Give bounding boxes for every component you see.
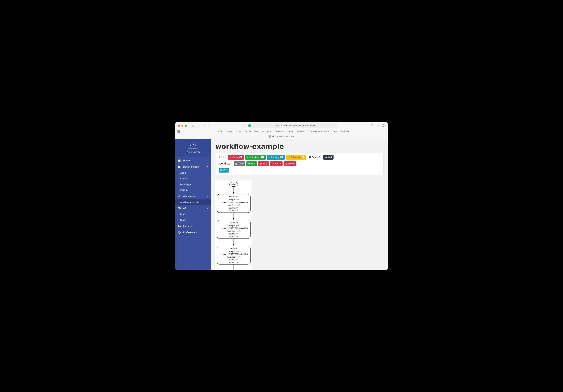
- share-button[interactable]: [371, 124, 374, 127]
- delete-button[interactable]: Delete: [284, 161, 296, 166]
- refresh-button[interactable]: [333, 124, 336, 127]
- workflow-graph: start fetch-data progress=0 created=10/0…: [215, 180, 252, 270]
- graph-label: start: [232, 183, 236, 185]
- sidebar-item-preferences[interactable]: Preferences: [175, 229, 211, 236]
- main-content: workflow-example Jobs ✕ Failed 0 ✓ Compl…: [211, 139, 388, 270]
- sidebar-item-workflows[interactable]: Workflows ▼: [175, 193, 211, 199]
- sidebar-sub-docs[interactable]: Docs: [175, 211, 211, 217]
- sidebar-item-documentation[interactable]: Documentation ▼: [175, 164, 211, 170]
- tab-overview-button[interactable]: [382, 124, 385, 127]
- nav-label: Example: [183, 225, 193, 228]
- sidebar-sub-github[interactable]: GitHub: [175, 187, 211, 193]
- bookmark-link[interactable]: Apple: [245, 130, 251, 133]
- btn-label: Submitted: [291, 156, 300, 159]
- node-line: start=N/A: [229, 258, 238, 261]
- sidebar-sub-redoc[interactable]: Redoc: [175, 217, 211, 223]
- nav-label: Preferences: [183, 231, 197, 234]
- forward-button[interactable]: [208, 124, 210, 127]
- bookmark-link[interactable]: Twitter: [287, 130, 294, 133]
- bookmark-link[interactable]: Youtube: [215, 130, 222, 133]
- count-badge: 0: [280, 156, 283, 158]
- bookmark-link[interactable]: iCloud: [236, 130, 242, 133]
- node-line: modified=N/A: [227, 256, 241, 258]
- node-line: start=N/A: [229, 233, 238, 235]
- node-line: created=10/07/2022, 09:44:58: [220, 227, 247, 229]
- sidebar: Cloudmesh.org Cloudmesh Home Documentati…: [175, 139, 211, 270]
- sidebar-item-example[interactable]: Example: [175, 223, 211, 229]
- maximize-window-button[interactable]: [185, 125, 187, 127]
- sidebar-item-api[interactable]: API ▼: [175, 205, 211, 211]
- ready-count: 5: [319, 156, 320, 159]
- external-link-icon: [288, 157, 290, 158]
- trash-icon: [285, 163, 287, 165]
- run-button[interactable]: Run: [246, 161, 257, 166]
- tab-strip: 1 cloudmesh-cc Workflow: [175, 135, 388, 139]
- count-badge: 0: [240, 156, 242, 158]
- grammarly-extension-icon[interactable]: G: [248, 124, 251, 127]
- brand[interactable]: Cloudmesh.org Cloudmesh: [175, 139, 211, 156]
- brand-name: Cloudmesh: [187, 150, 200, 153]
- workflow-label: Workflow: [219, 162, 230, 165]
- sidebar-sub-manpage[interactable]: Man page: [175, 182, 211, 187]
- sidebar-sub-workflow-example[interactable]: workflow-example: [175, 199, 211, 205]
- app-body: Cloudmesh.org Cloudmesh Home Documentati…: [175, 139, 388, 270]
- sidebar-sub-about[interactable]: About: [175, 170, 211, 176]
- privacy-shield-icon[interactable]: [243, 124, 246, 127]
- browser-window: ⌄ G 127.0.0.1:8000/watcher/workflow-exam…: [175, 122, 388, 270]
- sidebar-toggle-button[interactable]: ⌄: [190, 123, 200, 128]
- reset-button[interactable]: Reset: [270, 161, 282, 166]
- nav-label: API: [183, 207, 187, 210]
- active-tab-title[interactable]: cloudmesh-cc Workflow: [272, 135, 294, 138]
- code-icon: [178, 207, 181, 209]
- node-line: start=N/A: [229, 207, 238, 209]
- node-line: analyze: [230, 247, 237, 250]
- bookmark-link[interactable]: Wikipedia: [262, 130, 271, 133]
- stop-button[interactable]: Stop: [258, 161, 269, 166]
- bookmark-link[interactable]: Bing: [254, 130, 258, 133]
- x-icon: ✕: [230, 156, 231, 159]
- sidebar-item-home[interactable]: Home: [175, 157, 211, 164]
- new-tab-button[interactable]: [376, 124, 379, 127]
- minimize-window-button[interactable]: [181, 125, 183, 127]
- node-line: compute: [230, 221, 238, 224]
- nav-label: Workflows: [183, 195, 195, 197]
- flask-icon: [178, 225, 181, 228]
- bookmark-link[interactable]: LinkedIn: [297, 130, 305, 133]
- back-button[interactable]: [204, 124, 206, 127]
- bookmark-link[interactable]: Google: [226, 130, 233, 133]
- chevron-down-icon: ▼: [207, 166, 209, 168]
- share-nodes-icon: [178, 195, 181, 197]
- table-button[interactable]: Table: [234, 161, 245, 166]
- ban-icon: [260, 163, 262, 165]
- apps-grid-icon[interactable]: [178, 130, 180, 133]
- node-line: fetch-data: [229, 195, 238, 198]
- bookmark-link[interactable]: Facebook: [275, 130, 284, 133]
- address-bar[interactable]: 127.0.0.1:8000/watcher/workflow-example: [253, 123, 337, 128]
- svg-rect-3: [382, 125, 384, 126]
- svg-point-6: [180, 196, 180, 197]
- svg-rect-0: [192, 125, 195, 127]
- cloud-logo-icon: [190, 142, 197, 147]
- jobs-label: Jobs: [219, 156, 225, 159]
- plane-icon: [248, 163, 250, 165]
- submitted-button[interactable]: Submitted 0: [286, 155, 306, 159]
- node-line: created=10/07/2022, 09:44:58: [220, 201, 247, 204]
- add-button[interactable]: Add: [323, 155, 333, 159]
- running-button[interactable]: ✿ Running 0: [267, 155, 285, 159]
- failed-button[interactable]: ✕ Failed 0: [228, 155, 244, 159]
- completed-button[interactable]: ✓ Completed 0: [245, 155, 266, 159]
- control-panel: Jobs ✕ Failed 0 ✓ Completed 0 ✿ Running: [215, 153, 384, 175]
- node-line: created=10/07/2022, 09:44:58: [220, 253, 247, 255]
- node-line: modified=N/A: [227, 204, 241, 206]
- edit-button[interactable]: Edit: [219, 168, 229, 172]
- check-icon: ✓: [247, 156, 248, 159]
- node-line: progress=0: [229, 250, 239, 253]
- svg-point-5: [180, 195, 180, 196]
- bookmarks-bar: Youtube Google iCloud Apple Bing Wikiped…: [180, 129, 385, 134]
- close-window-button[interactable]: [178, 125, 180, 127]
- bookmark-link[interactable]: Yelp: [333, 130, 337, 133]
- stop-icon: [309, 157, 311, 158]
- bookmark-link[interactable]: The Weather Channel: [309, 130, 329, 133]
- bookmark-link[interactable]: TripAdvisor: [340, 130, 351, 133]
- sidebar-sub-contact[interactable]: Contact: [175, 176, 211, 182]
